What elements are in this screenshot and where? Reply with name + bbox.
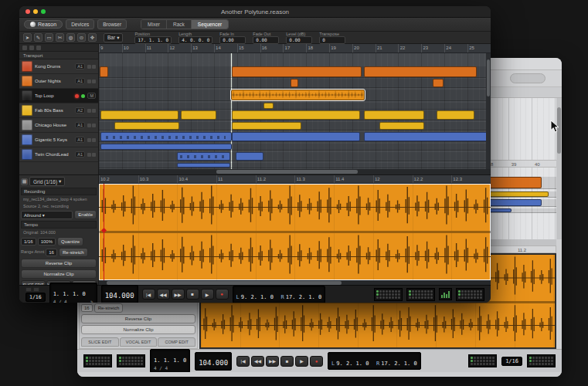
track-row-fab-80s-bass[interactable]: Fab 80s Bass A2	[19, 103, 98, 118]
clip[interactable]	[263, 103, 274, 109]
restretch-button[interactable]: Re-stretch	[59, 248, 88, 257]
bar-ruler[interactable]: 910111213141516171819202122232425	[99, 44, 491, 53]
mute-solo-buttons[interactable]	[87, 109, 96, 113]
rewind-button[interactable]: ◀◀	[157, 289, 170, 300]
fast-forward-button[interactable]: ▶▶	[172, 289, 185, 300]
sequencer-horizontal-scrollbar[interactable]	[99, 169, 491, 174]
fade-out-field[interactable]: 0.00	[253, 36, 279, 44]
normalize-clip-button[interactable]: Normalize Clip	[21, 269, 97, 279]
stop-button[interactable]: ■	[186, 289, 199, 300]
clip[interactable]	[177, 163, 230, 168]
stretch-type-dropdown[interactable]: Allround ▾	[21, 211, 73, 219]
record-arm-led[interactable]	[75, 94, 79, 98]
clip[interactable]	[232, 132, 359, 141]
length-field[interactable]: 4. 0. 0. 0	[178, 36, 212, 44]
titlebar[interactable]: Another Polytune.reason	[19, 6, 491, 18]
clip[interactable]	[379, 122, 424, 130]
lane-selector[interactable]: A1	[75, 151, 85, 157]
clip[interactable]	[232, 66, 361, 77]
precount-toggle[interactable]	[33, 287, 39, 292]
range-amount-value[interactable]: 16	[46, 249, 57, 256]
clip[interactable]	[232, 122, 301, 130]
magnify-tool-icon[interactable]: ⊙	[77, 33, 86, 42]
editor-ruler[interactable]: 10.210.310.41111.211.311.41212.212.3	[99, 175, 491, 184]
lane-selector[interactable]: A2	[75, 107, 85, 113]
pencil-tool-icon[interactable]: ✎	[34, 33, 42, 42]
back-precount-display[interactable]: 1/16	[501, 357, 522, 366]
lane-selector[interactable]: A1	[75, 78, 85, 84]
back-song-position-display[interactable]: 1. 1. 1. 0 4 / 4	[150, 349, 190, 373]
track-row-outer-nights[interactable]: Outer Nights A1	[19, 74, 98, 89]
tab-rack[interactable]: Rack	[167, 20, 192, 29]
clip[interactable]	[236, 152, 263, 161]
clip[interactable]	[100, 132, 232, 141]
lane-selector[interactable]: A1	[75, 122, 85, 128]
rewind-to-start-button[interactable]: |◀	[142, 289, 155, 300]
back-loop-display[interactable]: L9. 2. 1. 0 R17. 2. 1. 0	[328, 352, 421, 370]
record-button[interactable]: ●	[310, 356, 323, 367]
position-field[interactable]: 17. 1. 1. 0	[134, 36, 172, 44]
tempo-display[interactable]: 104.000	[101, 285, 138, 303]
transport-track[interactable]: Transport	[19, 52, 98, 59]
razor-tool-icon[interactable]: ✄	[56, 33, 64, 42]
front-window[interactable]: Another Polytune.reason Reason Devices B…	[19, 6, 491, 303]
clip[interactable]	[100, 66, 108, 77]
clip[interactable]	[364, 66, 477, 77]
enable-button[interactable]: Enable	[74, 210, 97, 219]
mute-solo-buttons[interactable]	[87, 80, 96, 83]
clip[interactable]	[437, 110, 474, 120]
level-field[interactable]: 0.00	[286, 36, 312, 44]
transpose-field[interactable]: 0	[319, 36, 345, 44]
mute-solo-buttons[interactable]	[87, 124, 96, 127]
grid-dropdown[interactable]: Grid (1/16)▾	[29, 177, 65, 186]
devices-button[interactable]: Devices	[66, 19, 94, 29]
clip[interactable]	[100, 144, 232, 150]
mute-solo-buttons[interactable]	[87, 65, 96, 69]
quantize-strength-dropdown[interactable]: 100%	[38, 238, 56, 245]
back-tempo-display[interactable]: 104.000	[195, 352, 232, 371]
pointer-tool-icon[interactable]: ➤	[23, 33, 32, 42]
tab-mixer[interactable]: Mixer	[141, 20, 167, 29]
tab-vocal-edit[interactable]: VOCAL EDIT	[120, 337, 158, 347]
eraser-tool-icon[interactable]: ▭	[45, 33, 53, 42]
track-row-top-loop[interactable]: Top Loop M	[19, 89, 98, 103]
stop-button[interactable]: ■	[280, 356, 294, 367]
hand-tool-icon[interactable]: ✥	[88, 33, 97, 42]
lane-selector[interactable]: M	[87, 93, 96, 99]
arrangement-grid[interactable]	[99, 53, 491, 169]
normalize-clip-button[interactable]: Normalize Clip	[81, 325, 195, 334]
restretch-button[interactable]: Re-stretch	[94, 303, 124, 313]
song-position-display[interactable]: 1. 1. 1. 0 4 / 4✎	[49, 283, 97, 303]
rewind-button[interactable]: ◀◀	[251, 356, 264, 367]
track-row-kong-drums[interactable]: Kong Drums A1	[19, 59, 98, 74]
quantize-value-dropdown[interactable]: 1/16	[21, 238, 36, 245]
precount-display[interactable]: 1/16	[25, 293, 46, 302]
reverse-clip-button[interactable]: Reverse Clip	[81, 314, 195, 323]
track-row-chicago-house[interactable]: Chicago House A1	[19, 118, 98, 133]
mute-tool-icon[interactable]: ◍	[66, 33, 75, 42]
track-row-gigantic-5-keys[interactable]: Gigantic 5 Keys A1	[19, 133, 98, 147]
clip[interactable]	[181, 110, 216, 120]
clip[interactable]	[291, 79, 297, 87]
browser-button[interactable]: Browser	[97, 19, 127, 29]
lane-selector[interactable]: A1	[75, 63, 85, 69]
fast-forward-button[interactable]: ▶▶	[266, 356, 279, 367]
tab-sequencer[interactable]: Sequencer	[192, 20, 228, 29]
clip-start-marker[interactable]	[104, 184, 104, 280]
click-toggle[interactable]	[25, 287, 32, 292]
clip[interactable]	[364, 132, 490, 141]
sequencer-vertical-scrollbar[interactable]	[486, 53, 491, 169]
play-button[interactable]: ▶	[295, 356, 308, 367]
quantize-button[interactable]: Quantize	[57, 237, 83, 246]
fade-in-field[interactable]: 0.00	[219, 36, 246, 44]
play-button[interactable]: ▶	[201, 289, 214, 300]
record-button[interactable]: ●	[216, 289, 229, 300]
mute-solo-buttons[interactable]	[87, 138, 96, 142]
reverse-clip-button[interactable]: Reverse Clip	[21, 259, 97, 268]
tab-slice-edit[interactable]: SLICE EDIT	[81, 337, 119, 347]
mute-solo-buttons[interactable]	[87, 153, 96, 157]
loop-display[interactable]: L9. 2. 1. 0 R17. 2. 1. 0	[233, 286, 326, 303]
clip[interactable]	[100, 110, 178, 120]
snap-dropdown[interactable]: Bar▾	[104, 33, 123, 42]
clip[interactable]	[231, 90, 364, 100]
